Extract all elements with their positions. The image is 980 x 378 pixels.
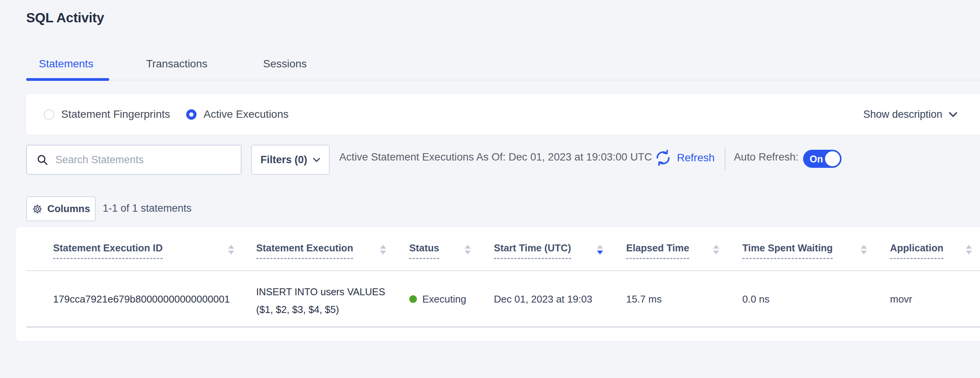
tab-statements[interactable]: Statements: [39, 58, 93, 70]
column-header-application[interactable]: Application: [890, 243, 943, 259]
status-executing-dot: [409, 295, 417, 303]
tab-sessions[interactable]: Sessions: [263, 58, 307, 70]
cell-start-time: Dec 01, 2023 at 19:03: [494, 293, 592, 305]
sort-icon[interactable]: [861, 245, 867, 254]
cell-elapsed-time: 15.7 ms: [626, 293, 662, 305]
search-icon: [36, 154, 48, 166]
active-tab-indicator: [26, 78, 109, 81]
tab-transactions[interactable]: Transactions: [146, 58, 207, 70]
row-divider: [26, 326, 980, 328]
gear-icon: [32, 204, 43, 214]
toggle-knob: [825, 151, 840, 166]
column-header-start-time[interactable]: Start Time (UTC): [494, 243, 571, 259]
show-description-label: Show description: [863, 109, 942, 120]
status-label: Executing: [422, 293, 466, 305]
sort-icon[interactable]: [713, 245, 719, 254]
radio-active-executions[interactable]: Active Executions: [186, 108, 288, 120]
radio-selected-icon[interactable]: [186, 109, 197, 120]
refresh-icon: [654, 149, 672, 167]
sort-icon[interactable]: [465, 245, 471, 254]
tab-bar-divider: [26, 80, 980, 80]
toolbar-divider: [725, 147, 725, 170]
cell-application: movr: [890, 293, 912, 305]
auto-refresh-label: Auto Refresh:: [734, 151, 798, 163]
sort-icon[interactable]: [228, 245, 234, 254]
column-header-elapsed-time[interactable]: Elapsed Time: [626, 243, 689, 259]
refresh-label: Refresh: [677, 152, 715, 164]
chevron-down-icon: [948, 111, 958, 117]
filters-button[interactable]: Filters (0): [251, 145, 330, 175]
sort-icon-active-desc[interactable]: [597, 245, 603, 254]
cell-statement[interactable]: INSERT INTO users VALUES ($1, $2, $3, $4…: [256, 283, 391, 318]
column-header-statement-execution-id[interactable]: Statement Execution ID: [53, 243, 163, 259]
search-input[interactable]: [55, 154, 233, 166]
columns-button[interactable]: Columns: [26, 196, 96, 221]
refresh-button[interactable]: Refresh: [654, 149, 715, 167]
column-header-statement-execution[interactable]: Statement Execution: [256, 243, 353, 259]
toggle-state-label: On: [810, 153, 823, 164]
columns-label: Columns: [47, 203, 90, 215]
radio-label: Statement Fingerprints: [61, 108, 170, 120]
sort-icon[interactable]: [966, 245, 972, 254]
cell-execution-id: 179cca7921e679b80000000000000001: [53, 293, 230, 305]
sort-icon[interactable]: [380, 245, 386, 254]
cell-status: Executing: [409, 293, 466, 305]
radio-statement-fingerprints[interactable]: Statement Fingerprints: [44, 108, 170, 120]
search-box[interactable]: [26, 145, 242, 175]
statements-table: Statement Execution ID Statement Executi…: [16, 227, 980, 341]
as-of-timestamp: Active Statement Executions As Of: Dec 0…: [339, 151, 652, 163]
radio-unselected-icon[interactable]: [44, 109, 54, 120]
header-divider: [26, 270, 980, 271]
result-count: 1-1 of 1 statements: [103, 202, 192, 214]
page-title: SQL Activity: [26, 10, 104, 25]
cell-time-spent-waiting: 0.0 ns: [742, 293, 770, 305]
filters-label: Filters (0): [260, 154, 307, 166]
column-header-time-spent-waiting[interactable]: Time Spent Waiting: [742, 243, 833, 259]
auto-refresh-toggle[interactable]: On: [803, 150, 842, 168]
view-mode-card: Statement Fingerprints Active Executions…: [26, 94, 980, 135]
show-description-toggle[interactable]: Show description: [863, 109, 958, 120]
column-header-status[interactable]: Status: [409, 243, 439, 259]
chevron-down-icon: [313, 157, 320, 162]
radio-label: Active Executions: [203, 108, 288, 120]
